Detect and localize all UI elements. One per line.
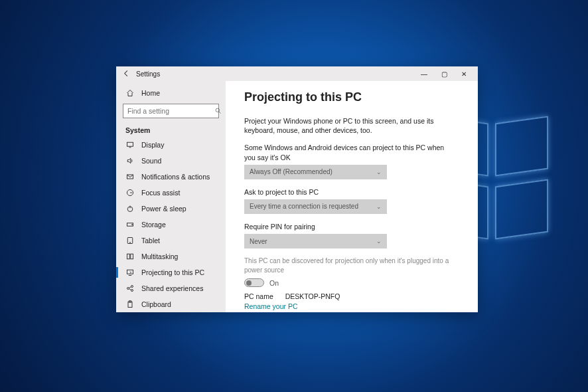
pcname-label: PC name [244, 292, 273, 300]
setting2-label: Ask to project to this PC [244, 187, 457, 197]
storage-icon [125, 221, 135, 229]
sidebar-item-storage[interactable]: Storage [116, 217, 226, 233]
sidebar-item-label: Projecting to this PC [141, 268, 204, 276]
close-button[interactable]: ✕ [454, 70, 474, 78]
focus-icon [125, 189, 135, 197]
sidebar-home-label: Home [141, 89, 160, 97]
sidebar-item-label: Shared experiences [141, 284, 203, 292]
chevron-down-icon: ⌄ [376, 169, 382, 175]
toggle-state: On [269, 279, 279, 287]
shared-icon [125, 284, 135, 292]
minimize-button[interactable]: — [414, 70, 434, 78]
setting3-dropdown[interactable]: Never ⌄ [244, 234, 387, 248]
svg-point-5 [132, 225, 133, 225]
display-icon [125, 141, 135, 149]
sidebar-item-label: Power & sleep [141, 205, 186, 213]
search-box[interactable] [123, 104, 219, 118]
settings-window: Settings — ▢ ✕ Home System Display [116, 66, 478, 312]
setting2-dropdown[interactable]: Every time a connection is requested ⌄ [244, 199, 387, 214]
sidebar-item-label: Clipboard [141, 300, 171, 308]
sidebar-item-label: Tablet [141, 237, 160, 245]
sidebar-home[interactable]: Home [116, 85, 226, 101]
svg-point-7 [130, 243, 131, 243]
sidebar-item-label: Multitasking [141, 252, 178, 260]
dropdown-value: Always Off (Recommended) [250, 168, 332, 175]
rename-pc-link[interactable]: Rename your PC [244, 302, 465, 310]
pcname-value: DESKTOP-PNFQ [285, 292, 340, 300]
setting1-label: Some Windows and Android devices can pro… [244, 143, 457, 161]
sidebar-item-shared[interactable]: Shared experiences [116, 280, 226, 296]
sidebar-item-notifications[interactable]: Notifications & actions [116, 169, 226, 185]
sidebar-item-label: Sound [141, 157, 161, 165]
sidebar: Home System Display Sound Notifications … [116, 81, 226, 312]
svg-rect-9 [131, 254, 133, 259]
discoverable-toggle[interactable] [244, 278, 264, 287]
window-title: Settings [136, 70, 160, 78]
svg-point-0 [216, 108, 220, 112]
sidebar-item-label: Focus assist [141, 189, 180, 197]
sidebar-item-label: Storage [141, 221, 166, 229]
svg-point-11 [127, 288, 129, 290]
svg-point-13 [131, 290, 133, 292]
maximize-button[interactable]: ▢ [434, 70, 454, 78]
search-icon [214, 107, 222, 116]
sidebar-item-sound[interactable]: Sound [116, 153, 226, 169]
project-icon [125, 268, 135, 276]
dropdown-value: Never [250, 238, 267, 245]
sidebar-item-display[interactable]: Display [116, 137, 226, 153]
sidebar-section: System [116, 124, 226, 137]
sidebar-item-label: Notifications & actions [141, 173, 210, 181]
sidebar-item-focus[interactable]: Focus assist [116, 185, 226, 201]
back-button[interactable] [120, 70, 132, 78]
clipboard-icon [125, 300, 135, 308]
sidebar-item-power[interactable]: Power & sleep [116, 201, 226, 217]
sidebar-item-label: Display [141, 141, 164, 149]
chevron-down-icon: ⌄ [376, 203, 382, 210]
dropdown-value: Every time a connection is requested [250, 203, 358, 210]
search-input[interactable] [127, 107, 214, 115]
sidebar-item-multitasking[interactable]: Multitasking [116, 248, 226, 264]
page-intro: Project your Windows phone or PC to this… [244, 116, 457, 135]
tablet-icon [125, 237, 135, 245]
home-icon [125, 89, 135, 97]
multitask-icon [125, 252, 135, 260]
power-note: This PC can be discovered for projection… [244, 256, 457, 274]
content-pane: Projecting to this PC Project your Windo… [226, 81, 478, 312]
notify-icon [125, 173, 135, 181]
sidebar-item-projecting[interactable]: Projecting to this PC [116, 264, 226, 280]
chevron-down-icon: ⌄ [376, 238, 382, 245]
page-heading: Projecting to this PC [244, 90, 465, 104]
setting1-dropdown[interactable]: Always Off (Recommended) ⌄ [244, 165, 387, 179]
titlebar: Settings — ▢ ✕ [116, 66, 478, 81]
setting3-label: Require PIN for pairing [244, 222, 457, 231]
svg-point-12 [131, 286, 133, 288]
power-icon [125, 205, 135, 213]
sidebar-item-tablet[interactable]: Tablet [116, 233, 226, 248]
svg-rect-1 [127, 142, 133, 146]
sound-icon [125, 157, 135, 165]
sidebar-item-clipboard[interactable]: Clipboard [116, 296, 226, 312]
svg-rect-8 [127, 254, 130, 259]
